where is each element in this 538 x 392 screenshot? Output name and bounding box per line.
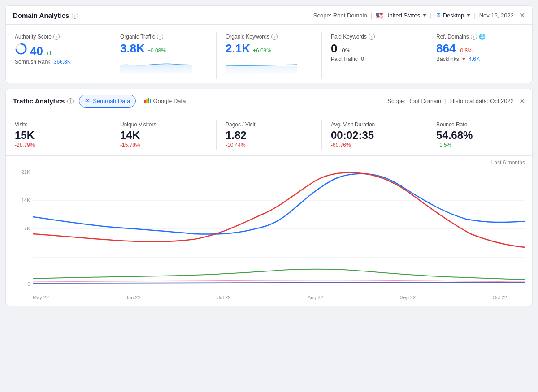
chart-x-axis: May 22 Jun 22 Jul 22 Aug 22 Sep 22 Oct 2… [13,293,525,300]
bounce-rate-cell: Bounce Rate 54.68% +1.5% [427,120,532,150]
traffic-chart-area: Last 6 months 21K 14K 7K 0 [6,156,532,306]
traffic-analytics-header: Traffic Analytics i 👁 Semrush Data [6,89,532,112]
domain-analytics-card: Domain Analytics i Scope: Root Domain | … [5,5,533,83]
domain-analytics-metrics-row: Authority Score i 40 +1 Semrush Rank 366… [6,25,532,83]
semrush-data-tab[interactable]: 👁 Semrush Data [79,95,136,108]
visits-label: Visits [15,121,102,128]
visits-value: 15K [15,129,102,141]
domain-analytics-close-button[interactable]: ✕ [519,11,525,20]
domain-analytics-scope: Scope: Root Domain [313,12,367,19]
unique-visitors-change: -15.78% [120,142,207,148]
svg-rect-4 [144,100,146,103]
organic-keywords-sparkline [226,56,312,76]
x-label-5: Oct 22 [493,295,507,300]
desktop-icon: 🖥 [435,12,441,19]
organic-keywords-cell: Organic Keywords i 2.1K +6.09% [217,32,322,79]
svg-rect-6 [148,98,149,103]
authority-score-label: Authority Score i [15,34,102,40]
device-chevron-icon [467,14,470,17]
authority-score-change: +1 [46,50,52,56]
svg-rect-7 [150,99,151,103]
authority-score-info-icon[interactable]: i [53,34,60,40]
svg-rect-5 [146,99,148,103]
traffic-analytics-title: Traffic Analytics i [13,97,74,105]
bounce-rate-change: +1.5% [436,142,523,148]
x-label-0: May 22 [33,295,49,300]
organic-keywords-label: Organic Keywords i [226,34,312,40]
unique-visitors-label: Unique Visitors [120,121,207,128]
semrush-tab-label: Semrush Data [93,98,130,104]
pages-per-visit-cell: Pages / Visit 1.82 -10.44% [217,120,322,150]
x-label-3: Aug 22 [308,295,323,300]
country-chevron-icon [423,14,426,17]
organic-keywords-info-icon[interactable]: i [271,34,278,40]
domain-analytics-info-icon[interactable]: i [72,13,78,19]
traffic-analytics-close-button[interactable]: ✕ [519,97,525,105]
chart-time-label: Last 6 months [13,159,525,166]
domain-analytics-header-right: Scope: Root Domain | 🇺🇸 United States | … [313,11,525,20]
domain-analytics-header: Domain Analytics i Scope: Root Domain | … [6,6,532,25]
organic-traffic-sparkline [120,56,207,76]
traffic-tab-group: 👁 Semrush Data Google Data [79,95,191,108]
pages-per-visit-value: 1.82 [226,129,312,141]
avg-visit-duration-label: Avg. Visit Duration [331,121,418,128]
bounce-rate-label: Bounce Rate [436,121,523,128]
ref-domains-main: 864 -0.8% [436,43,523,54]
svg-text:21K: 21K [22,169,30,175]
paid-keywords-value: 0 [331,43,337,54]
x-label-1: Jun 22 [126,295,141,300]
organic-traffic-cell: Organic Traffic i 3.8K +0.08% [111,32,217,79]
svg-rect-2 [120,65,192,74]
backlinks-arrow-icon: ▼ [461,56,466,62]
paid-keywords-label: Paid Keywords i [331,34,418,40]
country-dropdown[interactable]: 🇺🇸 United States [376,12,426,19]
ref-domains-value: 864 [436,43,456,54]
svg-text:14K: 14K [22,198,30,203]
unique-visitors-cell: Unique Visitors 14K -15.78% [111,120,217,150]
avg-visit-duration-value: 00:02:35 [331,129,418,141]
svg-text:0: 0 [27,281,30,287]
semrush-tab-icon: 👁 [85,98,91,104]
x-label-4: Sep 22 [400,295,416,300]
ref-domains-label: Ref. Domains i 🌐 [436,34,523,40]
authority-score-circle-icon [15,43,27,55]
unique-visitors-value: 14K [120,129,207,141]
pages-per-visit-label: Pages / Visit [226,121,312,128]
authority-score-cell: Authority Score i 40 +1 Semrush Rank 366… [6,32,111,79]
paid-traffic-sub: Paid Traffic 0 [331,56,418,62]
google-tab-icon [144,97,151,105]
traffic-scope: Scope: Root Domain [387,98,441,104]
ref-domains-info-icon[interactable]: i [471,34,477,40]
paid-keywords-info-icon[interactable]: i [369,34,375,40]
organic-traffic-main: 3.8K +0.08% [120,43,207,54]
ref-domains-change: -0.8% [458,47,472,54]
organic-traffic-change: +0.08% [148,47,166,54]
visits-change: -28.79% [15,142,102,148]
x-label-2: Jul 22 [217,295,230,300]
semrush-rank-value[interactable]: 366.8K [54,59,71,65]
authority-score-main: 40 +1 [15,43,102,57]
organic-keywords-change: +6.09% [253,47,271,54]
svg-text:7K: 7K [24,226,30,231]
organic-keywords-value: 2.1K [226,43,250,54]
domain-analytics-title-text: Domain Analytics [13,12,69,19]
country-label: United States [385,12,420,19]
google-data-tab[interactable]: Google Data [139,95,191,108]
historical-data-label: Historical data: Oct 2022 [450,98,514,104]
svg-rect-3 [226,66,297,74]
traffic-metrics-row: Visits 15K -28.79% Unique Visitors 14K -… [6,112,532,156]
avg-visit-duration-change: -60.76% [331,142,418,148]
organic-keywords-main: 2.1K +6.09% [226,43,312,54]
traffic-analytics-info-icon[interactable]: i [67,98,74,104]
globe-icon: 🌐 [479,34,486,40]
visits-cell: Visits 15K -28.79% [6,120,111,150]
organic-traffic-info-icon[interactable]: i [157,34,163,40]
organic-traffic-label: Organic Traffic i [120,34,207,40]
ref-domains-cell: Ref. Domains i 🌐 864 -0.8% Backlinks ▼ 4… [427,32,532,79]
domain-analytics-title: Domain Analytics i [13,12,78,19]
device-dropdown[interactable]: 🖥 Desktop [435,12,471,19]
authority-score-sub: Semrush Rank 366.8K [15,59,102,65]
backlinks-value[interactable]: 4.6K [469,56,480,62]
google-tab-label: Google Data [153,98,186,104]
traffic-chart-svg: 21K 14K 7K 0 [13,168,525,293]
